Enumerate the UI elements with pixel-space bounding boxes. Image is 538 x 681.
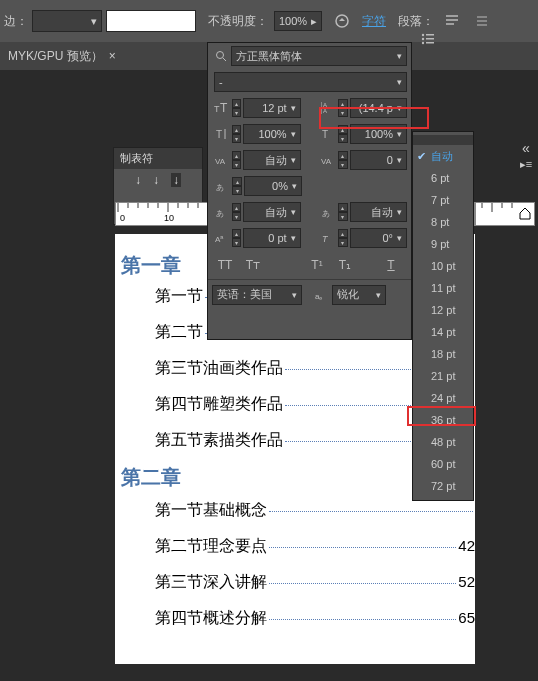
- font-size-dropdown[interactable]: 12 pt: [243, 98, 300, 118]
- stroke-label: 边：: [4, 13, 28, 30]
- leading-option[interactable]: 11 pt: [413, 277, 473, 299]
- dropdown-header: [413, 135, 473, 145]
- xoffset-icon: Aª: [212, 229, 230, 247]
- svg-text:T: T: [322, 234, 329, 244]
- tab-right-icon[interactable]: ↓: [171, 173, 181, 187]
- kerning-dropdown[interactable]: 自动: [243, 150, 300, 170]
- angle-dropdown[interactable]: 0°: [350, 228, 407, 248]
- auto-right-dropdown[interactable]: 自动: [350, 202, 407, 222]
- subscript-icon[interactable]: T₁: [334, 255, 356, 275]
- leading-option[interactable]: 24 pt: [413, 387, 473, 409]
- panel-menu-icon[interactable]: ▸≡: [514, 158, 538, 171]
- svg-text:T: T: [220, 102, 228, 114]
- panel-menu-icon[interactable]: [472, 11, 492, 31]
- svg-rect-4: [426, 38, 434, 40]
- leading-option[interactable]: 60 pt: [413, 453, 473, 475]
- toc-row: 第四节概述分解65: [155, 608, 475, 628]
- aa-icon: aₐ: [312, 286, 330, 304]
- tab-center-icon[interactable]: ↓: [153, 173, 159, 187]
- allcaps-icon[interactable]: TT: [214, 255, 236, 275]
- svg-point-1: [422, 34, 424, 36]
- xoffset-dropdown[interactable]: 0 pt: [243, 228, 300, 248]
- smallcaps-icon[interactable]: Tᴛ: [242, 255, 264, 275]
- close-icon[interactable]: ×: [109, 49, 116, 63]
- svg-line-21: [223, 58, 226, 61]
- angle-icon: T: [318, 229, 336, 247]
- leading-option[interactable]: 21 pt: [413, 365, 473, 387]
- stroke-weight-dropdown[interactable]: [32, 10, 102, 32]
- svg-text:T: T: [216, 129, 222, 140]
- document-tab-label: MYK/GPU 预览）: [8, 48, 103, 65]
- svg-point-3: [422, 38, 424, 40]
- underline-icon[interactable]: T: [380, 255, 402, 275]
- svg-text:あ: あ: [322, 209, 330, 218]
- font-size-spinner[interactable]: ▴▾: [232, 99, 242, 117]
- kerning-icon: VA: [212, 151, 230, 169]
- hscale-dropdown[interactable]: 100%: [350, 124, 407, 144]
- opacity-label: 不透明度：: [208, 13, 268, 30]
- leading-icon: AA: [318, 99, 336, 117]
- leading-option[interactable]: 18 pt: [413, 343, 473, 365]
- svg-text:Aª: Aª: [215, 235, 223, 244]
- tab-left-icon[interactable]: ↓: [135, 173, 141, 187]
- recolor-icon[interactable]: [332, 11, 352, 31]
- leading-option[interactable]: 7 pt: [413, 189, 473, 211]
- svg-text:VA: VA: [321, 157, 332, 165]
- leading-option[interactable]: 9 pt: [413, 233, 473, 255]
- character-panel: 方正黑体简体 - TT ▴▾ 12 pt AA ▴▾ (14.4 p T ▴▾ …: [207, 42, 412, 340]
- leading-option[interactable]: 72 pt: [413, 475, 473, 497]
- svg-text:あ: あ: [216, 183, 224, 192]
- leading-dropdown-list: ✔自动 6 pt 7 pt 8 pt 9 pt 10 pt 11 pt 12 p…: [412, 131, 474, 501]
- opacity-dropdown[interactable]: 100%: [274, 11, 322, 31]
- svg-text:あ: あ: [216, 209, 224, 218]
- leading-option-auto[interactable]: ✔自动: [413, 145, 473, 167]
- vscale-dropdown[interactable]: 100%: [243, 124, 300, 144]
- paragraph-panel-link[interactable]: 段落：: [398, 13, 434, 30]
- leading-option[interactable]: 8 pt: [413, 211, 473, 233]
- leading-option[interactable]: 12 pt: [413, 299, 473, 321]
- chapter-heading: 第二章: [121, 464, 181, 491]
- svg-rect-6: [426, 42, 434, 44]
- svg-rect-2: [426, 34, 434, 36]
- tracking-icon: VA: [318, 151, 336, 169]
- superscript-icon[interactable]: T¹: [306, 255, 328, 275]
- text-transform-row: TT Tᴛ T¹ T₁ T: [208, 251, 411, 279]
- home-marker-icon[interactable]: [518, 206, 532, 220]
- options-bar: 边： 不透明度： 100% 字符 段落：: [0, 0, 538, 42]
- toc-row: 第二节理念要点42: [155, 536, 475, 556]
- hscale-icon: T: [318, 125, 336, 143]
- tabstops-title: 制表符: [114, 148, 202, 169]
- tracking-dropdown[interactable]: 0: [350, 150, 407, 170]
- antialias-dropdown[interactable]: 锐化: [332, 285, 386, 305]
- bullet-list-icon[interactable]: [417, 30, 439, 48]
- character-panel-link[interactable]: 字符: [362, 13, 386, 30]
- leading-spinner[interactable]: ▴▾: [338, 99, 348, 117]
- svg-text:T: T: [322, 129, 328, 140]
- auto-left-dropdown[interactable]: 自动: [243, 202, 300, 222]
- leading-option[interactable]: 36 pt: [413, 409, 473, 431]
- stroke-color-input[interactable]: [106, 10, 196, 32]
- svg-text:VA: VA: [215, 157, 226, 165]
- chapter-heading: 第一章: [121, 252, 181, 279]
- leading-option[interactable]: 48 pt: [413, 431, 473, 453]
- language-dropdown[interactable]: 英语：美国: [212, 285, 302, 305]
- leading-option[interactable]: 6 pt: [413, 167, 473, 189]
- align-icon[interactable]: [442, 11, 462, 31]
- font-style-dropdown[interactable]: -: [214, 72, 407, 92]
- svg-point-20: [216, 52, 223, 59]
- leading-dropdown[interactable]: (14.4 p: [350, 98, 407, 118]
- leading-option[interactable]: 10 pt: [413, 255, 473, 277]
- svg-text:A: A: [323, 108, 327, 114]
- toc-row: 第一节基础概念: [155, 500, 475, 520]
- svg-text:aₐ: aₐ: [315, 292, 322, 300]
- panel-collapse-icon[interactable]: «: [514, 140, 538, 156]
- baseline-dropdown[interactable]: 0%: [244, 176, 302, 196]
- baseline-icon: あ: [212, 177, 230, 195]
- toc-row: 第三节深入讲解52: [155, 572, 475, 592]
- leading-option[interactable]: 14 pt: [413, 321, 473, 343]
- vscale-icon: T: [212, 125, 230, 143]
- search-icon[interactable]: [212, 47, 229, 65]
- svg-point-5: [422, 42, 424, 44]
- font-family-dropdown[interactable]: 方正黑体简体: [231, 46, 407, 66]
- font-size-icon: TT: [212, 99, 230, 117]
